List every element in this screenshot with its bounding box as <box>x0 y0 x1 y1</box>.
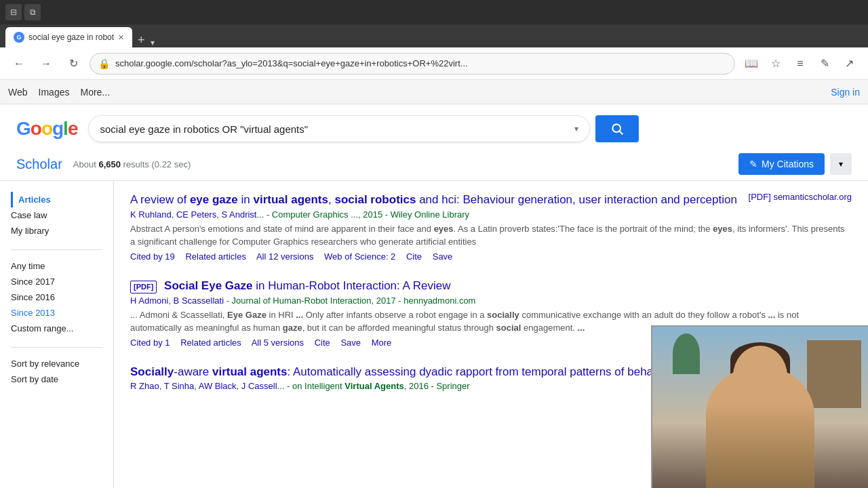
result-1-author3[interactable]: S Andrist <box>221 209 256 220</box>
result-3-author3[interactable]: AW Black <box>199 381 237 391</box>
result-2-save[interactable]: Save <box>340 338 361 348</box>
tab-title: social eye gaze in robot <box>28 33 114 42</box>
address-text: scholar.google.com/scholar?as_ylo=2013&q… <box>115 58 726 68</box>
sidebar-sort-date[interactable]: Sort by date <box>11 371 102 387</box>
sidebar-item-since-2013[interactable]: Since 2013 <box>11 305 102 321</box>
video-plant <box>673 333 700 374</box>
toolbar-web[interactable]: Web <box>8 87 28 98</box>
sidebar-item-custom-range[interactable]: Custom range... <box>11 321 102 336</box>
scholar-label: Scholar <box>16 157 62 172</box>
result-1-title-link[interactable]: A review of eye gaze in virtual agents, … <box>130 193 737 206</box>
sidebar: Articles Case law My library Any time Si… <box>0 181 114 488</box>
result-2-pdf-badge: [PDF] <box>130 281 157 293</box>
share-button[interactable]: ↗ <box>838 53 860 75</box>
result-3-author[interactable]: R Zhao <box>130 381 159 391</box>
result-item: A review of eye gaze in virtual agents, … <box>130 192 852 262</box>
scholar-bar: Scholar About 6,650 results (0.22 sec) ✎… <box>0 148 868 181</box>
sidebar-item-since-2016[interactable]: Since 2016 <box>11 289 102 305</box>
sidebar-sort-options: Sort by relevance Sort by date <box>11 356 102 387</box>
bookmark-button[interactable]: ☆ <box>765 53 787 75</box>
results-info: About 6,650 results (0.22 sec) <box>73 159 191 169</box>
security-icon: 🔒 <box>98 58 110 69</box>
pencil-icon: ✎ <box>749 159 757 169</box>
result-1-meta: K Ruhland, CE Peters, S Andrist... - Com… <box>130 209 852 220</box>
refresh-button[interactable]: ↻ <box>62 53 84 75</box>
result-1-author[interactable]: K Ruhland <box>130 209 172 220</box>
annotate-button[interactable]: ✎ <box>814 53 835 75</box>
reading-list-button[interactable]: 📖 <box>741 53 762 75</box>
scholar-bar-right: ✎ My Citations ▾ <box>738 153 852 175</box>
sidebar-divider-1 <box>11 249 102 250</box>
result-3-author4[interactable]: J Cassell <box>241 381 277 391</box>
result-3-title-link[interactable]: Socially-aware virtual agents: Automatic… <box>130 365 671 378</box>
my-citations-button[interactable]: ✎ My Citations <box>738 153 825 175</box>
window-controls: ⊟ ⧉ <box>5 4 41 20</box>
forward-button[interactable]: → <box>35 53 57 75</box>
result-2-more[interactable]: More <box>372 338 392 348</box>
video-feed <box>652 327 868 488</box>
result-2-author[interactable]: H Admoni <box>130 296 168 306</box>
video-overlay <box>651 325 868 488</box>
sidebar-type-filters: Articles Case law My library <box>11 192 102 239</box>
result-1-cited-by[interactable]: Cited by 19 <box>130 251 175 262</box>
result-1-author2[interactable]: CE Peters <box>176 209 216 220</box>
result-1-snippet: Abstract A person's emotions and state o… <box>130 222 852 249</box>
search-input[interactable]: social eye gaze in robotics OR "virtual … <box>100 123 574 135</box>
toolbar-signin[interactable]: Sign in <box>831 87 860 98</box>
result-2-related[interactable]: Related articles <box>180 338 241 348</box>
search-input-wrapper[interactable]: social eye gaze in robotics OR "virtual … <box>88 115 590 142</box>
tab-close-button[interactable]: ✕ <box>118 33 124 42</box>
svg-point-0 <box>613 124 621 132</box>
result-1-actions: Cited by 19 Related articles All 12 vers… <box>130 251 852 262</box>
sidebar-item-case-law[interactable]: Case law <box>11 207 102 223</box>
result-3-author2[interactable]: T Sinha <box>164 381 195 391</box>
scholar-bar-left: Scholar About 6,650 results (0.22 sec) <box>16 157 191 172</box>
result-1-web-of-science[interactable]: Web of Science: 2 <box>324 251 395 262</box>
back-button[interactable]: ← <box>8 53 30 75</box>
active-tab[interactable]: G social eye gaze in robot ✕ <box>5 27 132 47</box>
results-time: 0.22 <box>155 159 172 169</box>
toolbar-more[interactable]: More... <box>80 87 110 98</box>
result-2-versions[interactable]: All 5 versions <box>252 338 304 348</box>
sidebar-item-any-time[interactable]: Any time <box>11 258 102 274</box>
result-2-title[interactable]: [PDF] Social Eye Gaze in Human-Robot Int… <box>130 278 450 294</box>
result-1-header: A review of eye gaze in virtual agents, … <box>130 192 852 208</box>
sidebar-item-articles[interactable]: Articles <box>11 192 102 207</box>
result-2-author2[interactable]: B Scassellati <box>174 296 224 306</box>
new-tab-button[interactable]: + <box>132 33 151 47</box>
sidebar-divider-2 <box>11 347 102 348</box>
tab-dropdown-button[interactable]: ▾ <box>151 38 155 47</box>
sidebar-item-my-library[interactable]: My library <box>11 223 102 239</box>
sidebar-item-since-2017[interactable]: Since 2017 <box>11 274 102 289</box>
result-1-versions[interactable]: All 12 versions <box>256 251 314 262</box>
result-2-title-link[interactable]: Social Eye Gaze in Human-Robot Interacti… <box>164 279 450 292</box>
google-logo: Google <box>16 118 77 140</box>
address-bar[interactable]: 🔒 scholar.google.com/scholar?as_ylo=2013… <box>90 53 735 75</box>
window-icon-btn[interactable]: ⊟ <box>5 4 22 20</box>
result-2-cited-by[interactable]: Cited by 1 <box>130 338 170 348</box>
result-2-cite[interactable]: Cite <box>315 338 330 348</box>
tab-manager-btn[interactable]: ⧉ <box>24 4 41 20</box>
sidebar-time-filters: Any time Since 2017 Since 2016 Since 201… <box>11 258 102 336</box>
result-1-title[interactable]: A review of eye gaze in virtual agents, … <box>130 192 737 208</box>
results-count: 6,650 <box>98 159 121 169</box>
search-header: Google social eye gaze in robotics OR "v… <box>0 104 868 148</box>
result-1-cite[interactable]: Cite <box>406 251 422 262</box>
search-dropdown-arrow[interactable]: ▾ <box>574 124 578 134</box>
scholar-dropdown-button[interactable]: ▾ <box>830 153 852 175</box>
result-1-pdf-link[interactable]: [PDF] semanticscholar.org <box>749 192 852 202</box>
video-body <box>706 366 814 488</box>
search-box-container: social eye gaze in robotics OR "virtual … <box>88 115 852 142</box>
tab-bar: G social eye gaze in robot ✕ + ▾ <box>0 24 868 47</box>
sidebar-toggle-button[interactable]: ≡ <box>789 53 811 75</box>
result-1-related[interactable]: Related articles <box>185 251 246 262</box>
search-button[interactable] <box>595 115 639 142</box>
sidebar-sort-relevance[interactable]: Sort by relevance <box>11 356 102 371</box>
nav-actions: 📖 ☆ ≡ ✎ ↗ <box>741 53 860 75</box>
result-3-title[interactable]: Socially-aware virtual agents: Automatic… <box>130 364 671 380</box>
svg-line-1 <box>620 131 623 135</box>
my-citations-label: My Citations <box>762 159 814 169</box>
result-1-save[interactable]: Save <box>433 251 453 262</box>
toolbar-images[interactable]: Images <box>39 87 70 98</box>
tab-favicon: G <box>14 32 24 43</box>
